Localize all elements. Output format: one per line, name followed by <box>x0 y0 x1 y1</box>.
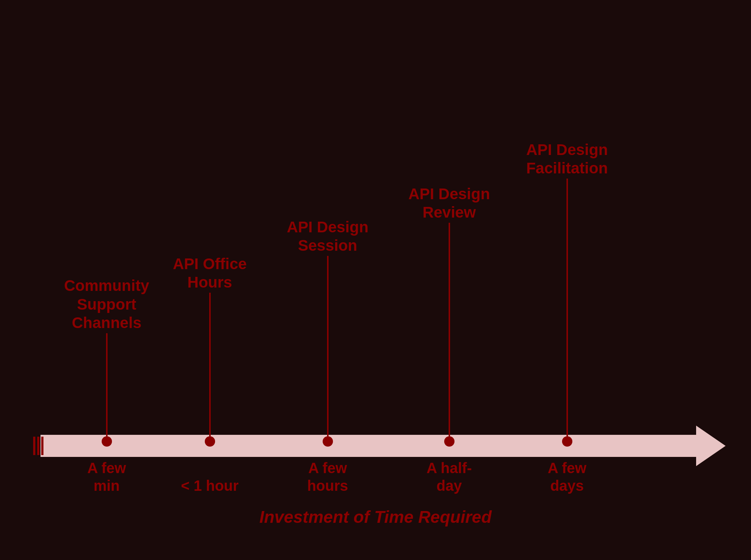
investment-label: Investment of Time Required <box>259 507 492 527</box>
timeline-arrow <box>41 435 726 457</box>
left-bar-1 <box>33 437 35 455</box>
label-design-session-above: API DesignSession <box>287 218 369 255</box>
label-office-hours-above: API OfficeHours <box>173 255 247 292</box>
label-design-review-above: API DesignReview <box>408 185 490 222</box>
arrow-head <box>696 426 726 466</box>
label-office-hours-below: < 1 hour <box>181 477 239 494</box>
line-community <box>106 333 108 436</box>
left-bar-2 <box>37 437 39 455</box>
label-community-below: A fewmin <box>87 459 126 494</box>
arrow-body <box>41 435 703 457</box>
left-bars <box>33 435 43 457</box>
line-design-facilitation <box>566 179 568 436</box>
left-bar-3 <box>41 437 43 455</box>
dot-office-hours <box>205 436 215 447</box>
dot-design-facilitation <box>562 436 572 447</box>
chart-container: CommunitySupportChannels A fewmin API Of… <box>26 22 726 538</box>
dot-design-review <box>444 436 455 447</box>
label-design-facilitation-above: API DesignFacilitation <box>526 141 608 178</box>
label-community-above: CommunitySupportChannels <box>64 277 149 332</box>
label-design-facilitation-below: A fewdays <box>548 459 586 494</box>
label-design-session-below: A fewhours <box>307 459 348 494</box>
line-design-session <box>327 256 329 436</box>
label-design-review-below: A half-day <box>427 459 472 494</box>
dot-design-session <box>323 436 333 447</box>
dot-community <box>102 436 112 447</box>
line-design-review <box>449 223 450 436</box>
line-office-hours <box>209 293 211 436</box>
